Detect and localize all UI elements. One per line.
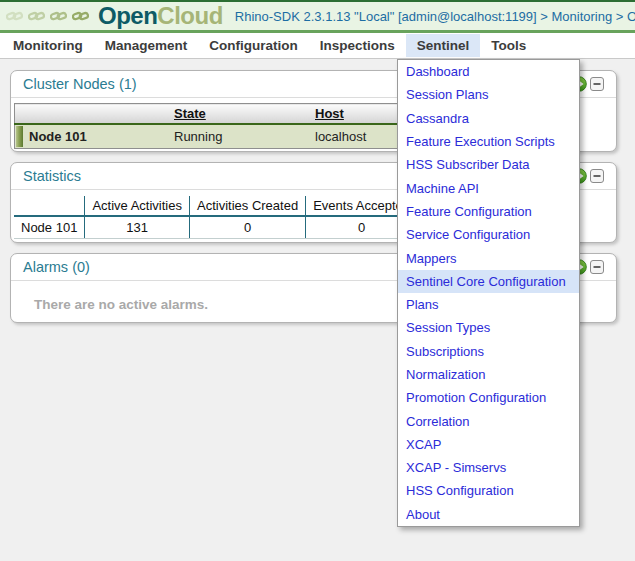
cluster-col-state[interactable]: State [168,104,309,125]
node-name-cell: Node 101 [15,124,169,149]
dropdown-item-normalization[interactable]: Normalization [398,363,579,386]
logo-text-cloud: Cloud [157,2,222,29]
app-header: OpenCloud Rhino-SDK 2.3.1.13 "Local" [ad… [0,0,635,33]
chain-link-icon [72,9,89,23]
collapse-panel-minus-icon[interactable] [590,77,604,91]
dropdown-item-service-configuration[interactable]: Service Configuration [398,223,579,246]
stats-activities-created-value: 0 [189,216,305,239]
dropdown-item-session-types[interactable]: Session Types [398,316,579,339]
stats-col-active-activities: Active Activities [85,196,190,216]
dropdown-item-session-plans[interactable]: Session Plans [398,83,579,106]
statistics-node-row: Node 101 131 0 0 [14,216,417,239]
stats-col-node [14,196,85,216]
cluster-col-host-label: Host [315,106,344,121]
stats-active-activities-value: 131 [85,216,190,239]
menu-item-inspections[interactable]: Inspections [309,34,406,57]
menu-item-management[interactable]: Management [94,34,199,57]
collapse-panel-minus-icon[interactable] [590,169,604,183]
sentinel-dropdown-menu: Dashboard Session Plans Cassandra Featur… [397,59,580,527]
node-state-cell: Running [168,124,309,149]
menu-item-sentinel[interactable]: Sentinel [406,34,481,57]
dropdown-item-feature-execution-scripts[interactable]: Feature Execution Scripts [398,130,579,153]
dropdown-item-plans[interactable]: Plans [398,293,579,316]
dropdown-item-dashboard[interactable]: Dashboard [398,60,579,83]
chain-links-logo [6,9,89,23]
alarms-title: Alarms (0) [23,259,90,275]
dropdown-item-subscriptions[interactable]: Subscriptions [398,340,579,363]
logo-text-open: Open [98,2,157,29]
dropdown-item-mappers[interactable]: Mappers [398,246,579,269]
chain-link-icon [6,9,23,23]
stats-node-name: Node 101 [14,216,85,239]
cluster-nodes-title: Cluster Nodes (1) [23,76,137,92]
statistics-table: Active Activities Activities Created Eve… [14,196,418,239]
menu-item-monitoring[interactable]: Monitoring [2,34,94,57]
menu-item-tools[interactable]: Tools [480,34,537,57]
node-status-strip [16,126,23,147]
dropdown-item-hss-subscriber-data[interactable]: HSS Subscriber Data [398,153,579,176]
opencloud-logo: OpenCloud [98,4,223,28]
dropdown-item-correlation[interactable]: Correlation [398,409,579,432]
statistics-header-row: Active Activities Activities Created Eve… [14,196,417,216]
cluster-col-node [15,104,169,125]
dropdown-item-cassandra[interactable]: Cassandra [398,107,579,130]
collapse-panel-minus-icon[interactable] [590,260,604,274]
menu-item-configuration[interactable]: Configuration [198,34,308,57]
dropdown-item-sentinel-core-configuration[interactable]: Sentinel Core Configuration [398,270,579,293]
stats-col-activities-created: Activities Created [189,196,305,216]
dropdown-item-promotion-configuration[interactable]: Promotion Configuration [398,386,579,409]
menu-bar: Monitoring Management Configuration Insp… [0,33,635,59]
node-name: Node 101 [29,129,87,144]
dropdown-item-hss-configuration[interactable]: HSS Configuration [398,479,579,502]
connection-breadcrumb: Rhino-SDK 2.3.1.13 "Local" [admin@localh… [235,9,635,24]
dropdown-item-machine-api[interactable]: Machine API [398,176,579,199]
dropdown-item-about[interactable]: About [398,503,579,526]
cluster-col-state-label: State [174,106,206,121]
dropdown-item-feature-configuration[interactable]: Feature Configuration [398,200,579,223]
chain-link-icon [50,9,67,23]
dropdown-item-xcap-simservs[interactable]: XCAP - Simservs [398,456,579,479]
dropdown-item-xcap[interactable]: XCAP [398,433,579,456]
chain-link-icon [28,9,45,23]
statistics-title: Statistics [23,168,81,184]
